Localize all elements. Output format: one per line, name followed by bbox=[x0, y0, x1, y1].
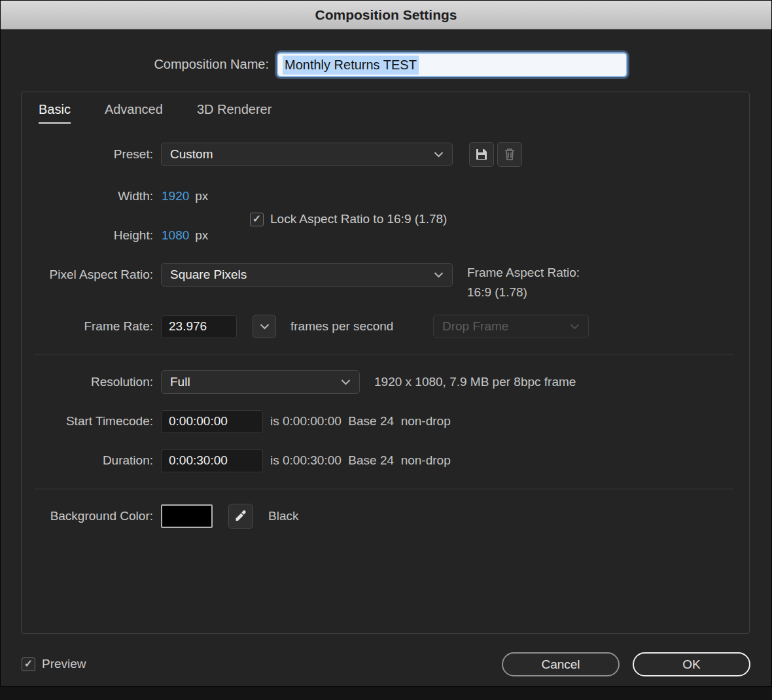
preset-row: Preset: Custom bbox=[22, 142, 749, 167]
chevron-down-icon bbox=[341, 379, 351, 385]
height-value[interactable]: 1080 bbox=[162, 228, 189, 243]
duration-value: 0:00:30:00 bbox=[169, 453, 228, 468]
composition-name-value: Monthly Returns TEST bbox=[283, 56, 419, 75]
window-title: Composition Settings bbox=[315, 7, 457, 23]
window-titlebar[interactable]: Composition Settings bbox=[1, 1, 771, 29]
start-timecode-input[interactable]: 0:00:00:00 bbox=[161, 410, 263, 433]
frame-aspect-value: 16:9 (1.78) bbox=[467, 283, 580, 302]
preview-row: ✓ Preview bbox=[22, 657, 86, 671]
drop-frame-value: Drop Frame bbox=[442, 319, 508, 334]
pixel-aspect-dropdown[interactable]: Square Pixels bbox=[161, 263, 453, 287]
resolution-value: Full bbox=[170, 375, 190, 389]
frame-rate-menu-button[interactable] bbox=[253, 315, 276, 338]
drop-frame-dropdown: Drop Frame bbox=[433, 315, 589, 338]
save-preset-icon bbox=[474, 147, 489, 162]
save-preset-button[interactable] bbox=[469, 142, 494, 167]
check-icon: ✓ bbox=[24, 659, 33, 669]
width-unit: px bbox=[195, 189, 208, 203]
start-timecode-label: Start Timecode: bbox=[22, 414, 153, 429]
width-row: Width: 1920 px bbox=[22, 184, 749, 209]
ok-button[interactable]: OK bbox=[633, 652, 750, 676]
duration-input[interactable]: 0:00:30:00 bbox=[161, 449, 263, 472]
resolution-info: 1920 x 1080, 7.9 MB per 8bpc frame bbox=[374, 375, 576, 389]
delete-preset-button[interactable] bbox=[497, 142, 522, 167]
eyedropper-icon bbox=[234, 510, 247, 523]
height-unit: px bbox=[195, 228, 208, 243]
chevron-down-icon bbox=[260, 321, 270, 332]
preview-label: Preview bbox=[42, 657, 86, 671]
frame-aspect-label: Frame Aspect Ratio: bbox=[467, 263, 580, 283]
duration-label: Duration: bbox=[22, 453, 153, 468]
frame-rate-value: 23.976 bbox=[169, 319, 207, 334]
chevron-down-icon bbox=[434, 272, 444, 278]
preset-value: Custom bbox=[170, 147, 213, 162]
cancel-button[interactable]: Cancel bbox=[502, 652, 620, 676]
background-color-label: Background Color: bbox=[22, 509, 153, 523]
preset-label: Preset: bbox=[22, 147, 153, 162]
height-label: Height: bbox=[22, 228, 153, 243]
background-color-swatch[interactable] bbox=[161, 504, 213, 528]
frame-aspect-info: Frame Aspect Ratio: 16:9 (1.78) bbox=[467, 263, 580, 302]
background-color-name: Black bbox=[268, 509, 298, 523]
frame-rate-label: Frame Rate: bbox=[22, 319, 153, 334]
duration-row: Duration: 0:00:30:00 is 0:00:30:00 Base … bbox=[22, 448, 749, 473]
tab-bar: Basic Advanced 3D Renderer bbox=[39, 102, 272, 124]
duration-info: is 0:00:30:00 Base 24 non-drop bbox=[270, 453, 451, 468]
width-value[interactable]: 1920 bbox=[162, 189, 189, 203]
composition-settings-dialog: Composition Settings Composition Name: M… bbox=[0, 0, 772, 687]
frame-rate-suffix: frames per second bbox=[290, 319, 393, 334]
resolution-dropdown[interactable]: Full bbox=[161, 370, 360, 394]
chevron-down-icon bbox=[570, 324, 580, 330]
pixel-aspect-value: Square Pixels bbox=[170, 268, 247, 282]
tab-advanced[interactable]: Advanced bbox=[105, 102, 163, 124]
divider bbox=[34, 355, 734, 355]
background-behind-window bbox=[0, 687, 772, 700]
start-timecode-value: 0:00:00:00 bbox=[169, 414, 228, 429]
composition-name-label: Composition Name: bbox=[1, 57, 269, 72]
start-timecode-row: Start Timecode: 0:00:00:00 is 0:00:00:00… bbox=[22, 409, 749, 434]
tab-3d-renderer[interactable]: 3D Renderer bbox=[197, 102, 272, 124]
background-color-row: Background Color: Black bbox=[22, 504, 749, 529]
start-timecode-info: is 0:00:00:00 Base 24 non-drop bbox=[270, 414, 451, 429]
settings-panel: Basic Advanced 3D Renderer Preset: Custo… bbox=[21, 92, 750, 634]
resolution-label: Resolution: bbox=[22, 375, 153, 389]
composition-name-input[interactable]: Monthly Returns TEST bbox=[277, 52, 627, 77]
width-label: Width: bbox=[22, 189, 153, 203]
frame-rate-input[interactable]: 23.976 bbox=[161, 315, 237, 338]
preview-checkbox[interactable]: ✓ bbox=[22, 657, 35, 671]
height-row: Height: 1080 px bbox=[22, 223, 749, 248]
pixel-aspect-label: Pixel Aspect Ratio: bbox=[22, 268, 153, 282]
preset-dropdown[interactable]: Custom bbox=[161, 143, 453, 166]
divider bbox=[34, 489, 734, 489]
ok-button-label: OK bbox=[682, 657, 700, 672]
frame-rate-row: Frame Rate: 23.976 frames per second Dro… bbox=[22, 314, 749, 339]
eyedropper-button[interactable] bbox=[228, 504, 253, 529]
tab-basic[interactable]: Basic bbox=[39, 102, 71, 124]
trash-icon bbox=[503, 147, 516, 162]
chevron-down-icon bbox=[434, 152, 444, 158]
pixel-aspect-row: Pixel Aspect Ratio: Square Pixels bbox=[22, 262, 749, 287]
resolution-row: Resolution: Full 1920 x 1080, 7.9 MB per… bbox=[22, 370, 749, 394]
cancel-button-label: Cancel bbox=[541, 657, 580, 672]
